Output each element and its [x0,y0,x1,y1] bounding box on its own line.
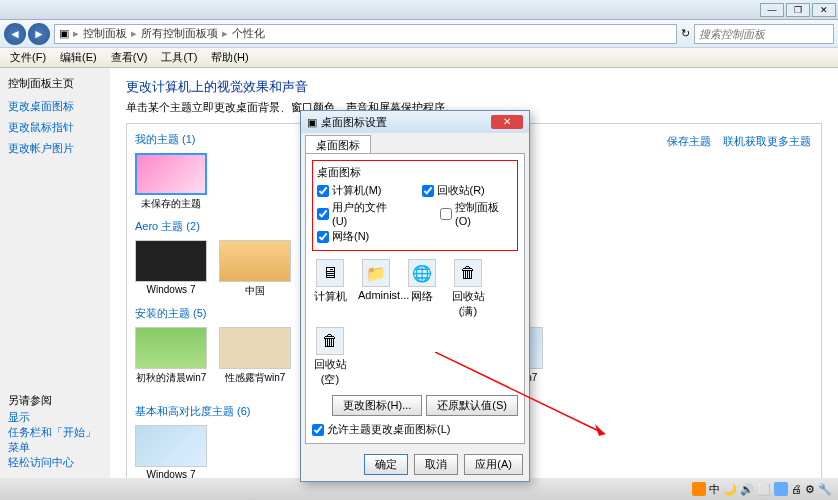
tray-icon[interactable]: 🔧 [818,483,832,496]
menu-edit[interactable]: 编辑(E) [54,48,103,67]
menu-bar: 文件(F) 编辑(E) 查看(V) 工具(T) 帮助(H) [0,48,838,68]
window-titlebar: — ❐ ✕ [0,0,838,20]
change-icon-button[interactable]: 更改图标(H)... [332,395,422,416]
tray-icon[interactable] [774,482,788,496]
annotation-highlight: 桌面图标 计算机(M) 回收站(R) 用户的文件(U) 控制面板(O) 网络(N… [312,160,518,251]
apply-button[interactable]: 应用(A) [464,454,523,475]
back-button[interactable]: ◄ [4,23,26,45]
tray-icon[interactable] [692,482,706,496]
tab-desktop-icons[interactable]: 桌面图标 [305,135,371,153]
sidebar-link-account-pic[interactable]: 更改帐户图片 [8,141,102,156]
ok-button[interactable]: 确定 [364,454,408,475]
theme-item[interactable]: 初秋的清晨win7 [135,327,207,396]
breadcrumb[interactable]: ▣ ▸ 控制面板 ▸ 所有控制面板项 ▸ 个性化 [54,24,677,44]
desktop-icon-settings-dialog: ▣ 桌面图标设置 ✕ 桌面图标 桌面图标 计算机(M) 回收站(R) 用户的文件… [300,110,530,482]
get-more-themes-link[interactable]: 联机获取更多主题 [723,134,811,149]
theme-item[interactable]: 性感露背win7 [219,327,291,396]
breadcrumb-item[interactable]: 控制面板 [83,26,127,41]
checkbox-userfiles[interactable]: 用户的文件(U) [317,200,400,227]
sidebar-link-display[interactable]: 显示 [8,410,102,425]
sidebar-link-taskbar[interactable]: 任务栏和「开始」菜单 [8,425,102,455]
folder-icon: ▣ [59,27,69,40]
maximize-button[interactable]: ❐ [786,3,810,17]
checkbox-controlpanel[interactable]: 控制面板(O) [440,200,513,227]
tray-icon[interactable]: 🖨 [791,483,802,495]
close-button[interactable]: ✕ [812,3,836,17]
group-label: 桌面图标 [317,165,513,180]
ime-indicator[interactable]: 中 [709,482,720,497]
breadcrumb-item[interactable]: 所有控制面板项 [141,26,218,41]
theme-item[interactable]: 中国 [219,240,291,298]
tray-icon[interactable]: ⬜ [757,483,771,496]
icon-admin[interactable]: 📁Administ... [358,259,394,319]
sidebar-link-mouse[interactable]: 更改鼠标指针 [8,120,102,135]
checkbox-allow-theme[interactable]: 允许主题更改桌面图标(L) [312,422,518,437]
checkbox-recycle[interactable]: 回收站(R) [422,183,485,198]
search-input[interactable] [694,24,834,44]
forward-button[interactable]: ► [28,23,50,45]
icon-recycle-full[interactable]: 🗑回收站(满) [450,259,486,319]
menu-view[interactable]: 查看(V) [105,48,154,67]
sidebar: 控制面板主页 更改桌面图标 更改鼠标指针 更改帐户图片 另请参阅 显示 任务栏和… [0,68,110,478]
tray-icon[interactable]: 🔊 [740,483,754,496]
theme-item[interactable]: 未保存的主题 [135,153,207,211]
theme-thumbnail [135,153,207,195]
minimize-button[interactable]: — [760,3,784,17]
dialog-icon: ▣ [307,116,317,129]
checkbox-network[interactable]: 网络(N) [317,229,369,244]
cancel-button[interactable]: 取消 [414,454,458,475]
restore-default-button[interactable]: 还原默认值(S) [426,395,518,416]
dialog-titlebar[interactable]: ▣ 桌面图标设置 ✕ [301,111,529,133]
refresh-icon[interactable]: ↻ [681,27,690,40]
menu-tools[interactable]: 工具(T) [155,48,203,67]
nav-toolbar: ◄ ► ▣ ▸ 控制面板 ▸ 所有控制面板项 ▸ 个性化 ↻ [0,20,838,48]
save-theme-link[interactable]: 保存主题 [667,134,711,149]
tray-icon[interactable]: 🌙 [723,483,737,496]
theme-item[interactable]: Windows 7 [135,240,207,298]
sidebar-link-desktop-icons[interactable]: 更改桌面图标 [8,99,102,114]
sidebar-link-ease[interactable]: 轻松访问中心 [8,455,102,470]
menu-help[interactable]: 帮助(H) [205,48,254,67]
page-title: 更改计算机上的视觉效果和声音 [126,78,822,96]
breadcrumb-item[interactable]: 个性化 [232,26,265,41]
dialog-close-button[interactable]: ✕ [491,115,523,129]
sidebar-home[interactable]: 控制面板主页 [8,76,102,91]
checkbox-computer[interactable]: 计算机(M) [317,183,382,198]
icon-network[interactable]: 🌐网络 [404,259,440,319]
dialog-title: 桌面图标设置 [321,115,387,130]
icon-computer[interactable]: 🖥计算机 [312,259,348,319]
icon-recycle-empty[interactable]: 🗑回收站 (空) [312,327,348,387]
menu-file[interactable]: 文件(F) [4,48,52,67]
theme-item[interactable]: Windows 7 Basic [135,425,207,478]
see-also-label: 另请参阅 [8,393,102,408]
tray-icon[interactable]: ⚙ [805,483,815,496]
